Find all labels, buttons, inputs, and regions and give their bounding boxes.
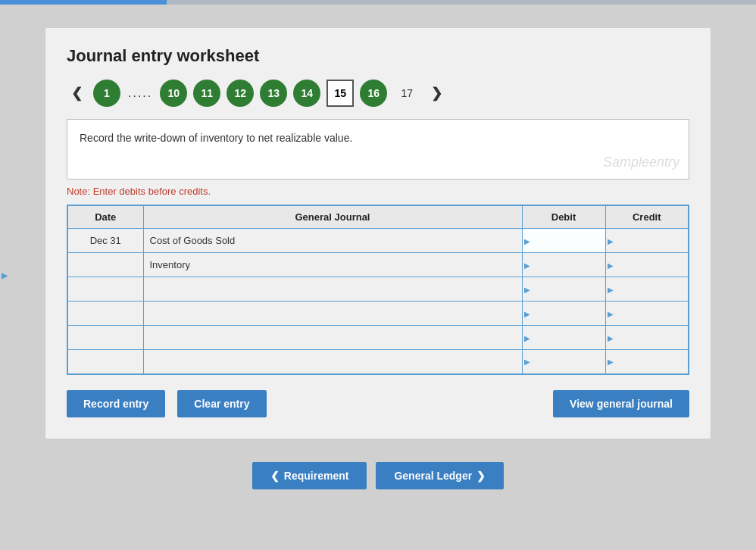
next-icon: ❯ xyxy=(476,470,486,482)
journal-arrow-5: ▶ xyxy=(2,271,8,280)
credit-arrow-4: ▶ xyxy=(608,333,614,342)
credit-arrow-5: ▶ xyxy=(608,358,614,366)
requirement-label: Requirement xyxy=(284,470,349,482)
instruction-text: Record the write-down of inventory to ne… xyxy=(80,132,352,144)
tab-15-current[interactable]: 15 xyxy=(326,80,354,107)
header-credit: Credit xyxy=(605,205,689,229)
cell-debit-2[interactable]: ▶ xyxy=(522,277,605,302)
cell-credit-3[interactable]: ▶ xyxy=(605,302,689,326)
cell-date-1[interactable] xyxy=(67,253,143,277)
debit-arrow-3: ▶ xyxy=(524,309,530,317)
cell-journal-3[interactable]: ▶ xyxy=(143,302,522,326)
debit-arrow-2: ▶ xyxy=(524,285,530,293)
credit-arrow-3: ▶ xyxy=(608,309,614,317)
journal-table: Date General Journal Debit Credit Dec 31… xyxy=(67,205,689,375)
tab-navigation: ❮ 1 ..... 10 11 12 13 14 15 16 17 ❯ xyxy=(67,80,689,107)
requirement-prev-button[interactable]: ❮ Requirement xyxy=(252,462,367,489)
debit-arrow-1: ▶ xyxy=(524,261,530,269)
cell-date-4[interactable]: ▶ xyxy=(67,326,143,350)
credit-arrow-2: ▶ xyxy=(608,285,614,293)
cell-debit-3[interactable]: ▶ xyxy=(522,302,605,326)
cell-date-0[interactable]: Dec 31 xyxy=(67,229,143,253)
cell-journal-2[interactable]: ▶ xyxy=(143,277,522,302)
action-buttons: Record entry Clear entry View general jo… xyxy=(67,390,689,417)
note-text: Note: Enter debits before credits. xyxy=(67,186,689,197)
prev-icon: ❮ xyxy=(270,470,280,482)
main-panel: Journal entry worksheet ❮ 1 ..... 10 11 … xyxy=(45,27,711,439)
table-row: Inventory▶▶ xyxy=(67,253,689,277)
tab-16[interactable]: 16 xyxy=(360,80,387,107)
view-general-journal-button[interactable]: View general journal xyxy=(553,390,689,417)
cell-journal-5[interactable]: ▶ xyxy=(143,350,522,374)
cell-debit-0[interactable]: ▶ xyxy=(522,229,605,253)
general-ledger-next-button[interactable]: General Ledger ❯ xyxy=(376,462,504,489)
table-row: Dec 31Cost of Goods Sold▶▶ xyxy=(67,229,689,253)
tab-11[interactable]: 11 xyxy=(193,80,220,107)
table-row: ▶▶▶▶ xyxy=(67,326,689,350)
cell-debit-1[interactable]: ▶ xyxy=(522,253,605,277)
tab-1[interactable]: 1 xyxy=(93,80,120,107)
header-date: Date xyxy=(67,205,143,229)
cell-journal-4[interactable]: ▶ xyxy=(143,326,522,350)
next-arrow[interactable]: ❯ xyxy=(426,83,447,103)
cell-credit-2[interactable]: ▶ xyxy=(605,277,689,302)
tab-dots: ..... xyxy=(128,86,152,100)
cell-debit-4[interactable]: ▶ xyxy=(522,326,605,350)
tab-17[interactable]: 17 xyxy=(393,80,420,107)
debit-arrow-0: ▶ xyxy=(524,236,530,245)
debit-arrow-4: ▶ xyxy=(524,333,530,342)
credit-arrow-0: ▶ xyxy=(608,236,614,245)
header-debit: Debit xyxy=(522,205,605,229)
page-title: Journal entry worksheet xyxy=(67,46,689,66)
header-general-journal: General Journal xyxy=(143,205,522,229)
cell-journal-1[interactable]: Inventory xyxy=(143,253,522,277)
tab-10[interactable]: 10 xyxy=(160,80,187,107)
table-row: ▶▶▶▶ xyxy=(67,350,689,374)
cell-date-3[interactable]: ▶ xyxy=(67,302,143,326)
prev-arrow[interactable]: ❮ xyxy=(67,83,87,103)
bottom-navigation: ❮ Requirement General Ledger ❯ xyxy=(252,462,504,489)
debit-arrow-5: ▶ xyxy=(524,358,530,366)
instruction-box: Record the write-down of inventory to ne… xyxy=(67,119,689,180)
cell-credit-4[interactable]: ▶ xyxy=(605,326,689,350)
cell-journal-0[interactable]: Cost of Goods Sold xyxy=(143,229,522,253)
general-ledger-label: General Ledger xyxy=(394,470,472,482)
tab-13[interactable]: 13 xyxy=(260,80,287,107)
clear-entry-button[interactable]: Clear entry xyxy=(177,390,266,417)
table-row: ▶▶▶▶ xyxy=(67,277,689,302)
table-row: ▶▶▶▶ xyxy=(67,302,689,326)
watermark: Sampleentry xyxy=(603,152,679,173)
record-entry-button[interactable]: Record entry xyxy=(67,390,165,417)
tab-12[interactable]: 12 xyxy=(226,80,254,107)
cell-debit-5[interactable]: ▶ xyxy=(522,350,605,374)
cell-credit-1[interactable]: ▶ xyxy=(605,253,689,277)
cell-date-5[interactable]: ▶ xyxy=(67,350,143,374)
cell-credit-5[interactable]: ▶ xyxy=(605,350,689,374)
cell-date-2[interactable]: ▶ xyxy=(67,277,143,302)
tab-14[interactable]: 14 xyxy=(293,80,320,107)
credit-arrow-1: ▶ xyxy=(608,261,614,269)
cell-credit-0[interactable]: ▶ xyxy=(605,229,689,253)
